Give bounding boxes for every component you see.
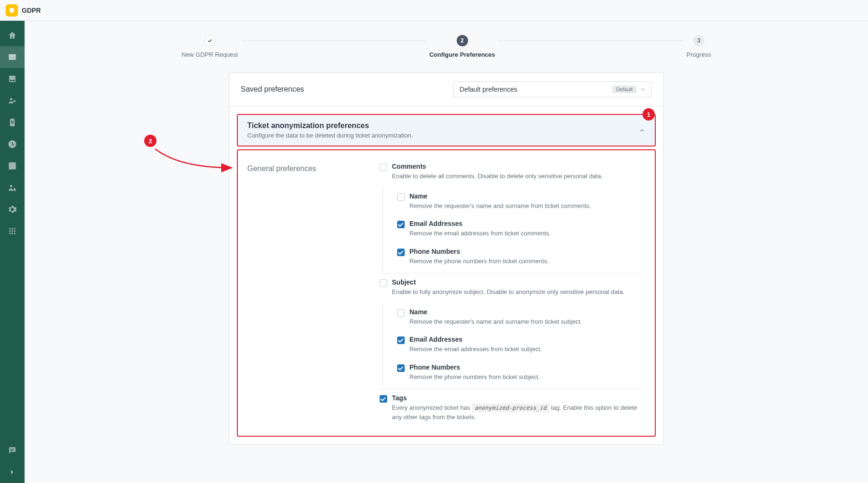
pref-comments-name: Name Remove the requester's name and sur… xyxy=(397,188,645,216)
step-2-label: Configure Preferences xyxy=(429,51,495,58)
app-title: GDPR xyxy=(22,7,41,14)
step-2[interactable]: 2 Configure Preferences xyxy=(429,35,495,58)
arrow-annotation xyxy=(147,139,239,177)
step-1-circle xyxy=(204,35,216,46)
prefs-body: General preferences Comments Enable to d… xyxy=(237,149,656,437)
pref-tags-label: Tags xyxy=(392,394,645,402)
checkbox-subject-name[interactable] xyxy=(397,309,405,317)
desc: Remove the phone numbers from ticket sub… xyxy=(409,372,645,382)
desc: Remove the email addresses from ticket c… xyxy=(409,229,645,238)
step-3-label: Progress xyxy=(686,51,711,58)
app-logo xyxy=(6,4,18,17)
label: Email Addresses xyxy=(409,220,645,227)
app-header: GDPR xyxy=(0,0,868,21)
tags-code: anonymized-process_id xyxy=(472,404,549,412)
pref-tags-desc: Every anonymized ticket has anonymized-p… xyxy=(392,403,645,422)
pref-subject-desc: Enable to fully anonymize subject. Disab… xyxy=(392,287,645,297)
step-line xyxy=(499,41,683,41)
checkbox-comments[interactable] xyxy=(380,164,387,171)
chat-icon xyxy=(8,446,17,454)
grid-icon xyxy=(8,226,17,236)
accordion-subtitle: Configure the data to be deleted during … xyxy=(247,132,413,139)
desc: Remove the phone numbers from ticket com… xyxy=(409,257,645,266)
pref-comments-desc: Enable to delete all comments. Disable t… xyxy=(392,172,645,181)
svg-point-3 xyxy=(9,230,10,232)
pref-subject-name: Name Remove the requester's name and sur… xyxy=(397,303,645,331)
sidebar-home[interactable] xyxy=(0,25,25,46)
chart-icon xyxy=(8,161,17,171)
svg-point-4 xyxy=(11,230,13,232)
sidebar-chat[interactable] xyxy=(0,440,25,454)
svg-point-8 xyxy=(14,233,15,234)
default-badge: Default xyxy=(612,86,636,93)
sidebar-settings[interactable] xyxy=(0,198,25,220)
comments-sub-items: Name Remove the requester's name and sur… xyxy=(382,188,645,271)
callout-badge-2: 2 xyxy=(144,135,156,147)
shield-icon xyxy=(9,7,15,14)
sidebar-clock[interactable] xyxy=(0,133,25,155)
general-prefs-left: General preferences xyxy=(247,158,361,426)
gear-icon xyxy=(8,205,17,214)
checkbox-comments-email[interactable] xyxy=(397,221,405,228)
user-lock-icon xyxy=(8,183,17,192)
step-2-circle: 2 xyxy=(457,35,468,46)
step-1[interactable]: New GDPR Request xyxy=(182,35,238,58)
pref-subject-label: Subject xyxy=(392,278,645,286)
anonymization-section: 2 1 Ticket anonymization preferences xyxy=(229,106,664,445)
sidebar-analytics[interactable] xyxy=(0,155,25,177)
svg-point-5 xyxy=(14,230,15,232)
step-line xyxy=(242,41,425,41)
svg-point-1 xyxy=(11,228,13,229)
pref-comments: Comments Enable to delete all comments. … xyxy=(380,158,645,186)
saved-prefs-selected: Default preferences xyxy=(460,86,612,93)
pref-subject: Subject Enable to fully anonymize subjec… xyxy=(380,273,645,302)
svg-point-0 xyxy=(9,228,10,229)
general-prefs-title: General preferences xyxy=(247,164,361,173)
pref-subject-email: Email Addresses Remove the email address… xyxy=(397,331,645,359)
accordion-title: Ticket anonymization preferences xyxy=(247,121,413,130)
chevron-up-icon xyxy=(639,127,645,134)
label: Name xyxy=(409,192,645,200)
home-icon xyxy=(8,31,17,40)
sidebar-lock[interactable] xyxy=(0,177,25,198)
tags-desc-pre: Every anonymized ticket has xyxy=(392,404,472,411)
saved-prefs-dropdown[interactable]: Default preferences Default xyxy=(453,81,652,97)
label: Phone Numbers xyxy=(409,363,645,371)
chevron-down-icon xyxy=(640,86,646,92)
sidebar-views[interactable] xyxy=(0,46,25,68)
checkbox-subject-phone[interactable] xyxy=(397,364,405,372)
sidebar-apps[interactable] xyxy=(0,220,25,242)
pref-comments-phone: Phone Numbers Remove the phone numbers f… xyxy=(397,243,645,271)
label: Phone Numbers xyxy=(409,248,645,255)
checkbox-subject[interactable] xyxy=(380,279,387,287)
step-3-circle: 3 xyxy=(693,35,704,46)
checkbox-subject-email[interactable] xyxy=(397,336,405,344)
inbox-icon xyxy=(8,74,17,84)
desc: Remove the email addresses from ticket s… xyxy=(409,345,645,354)
check-icon xyxy=(207,38,213,43)
svg-point-2 xyxy=(14,228,15,229)
callout-badge-1: 1 xyxy=(642,108,655,121)
sidebar-clipboard[interactable] xyxy=(0,112,25,133)
subject-sub-items: Name Remove the requester's name and sur… xyxy=(382,303,645,387)
pref-tags: Tags Every anonymized ticket has anonymi… xyxy=(380,389,645,426)
user-arrow-icon xyxy=(8,96,17,105)
desc: Remove the requester's name and surname … xyxy=(409,201,645,211)
list-icon xyxy=(8,52,17,62)
sidebar xyxy=(0,21,25,454)
sidebar-users[interactable] xyxy=(0,90,25,112)
saved-prefs-card: Saved preferences Default preferences De… xyxy=(229,72,664,106)
accordion-header[interactable]: 1 Ticket anonymization preferences Confi… xyxy=(237,114,656,147)
checkbox-comments-phone[interactable] xyxy=(397,249,405,256)
sidebar-inbox[interactable] xyxy=(0,68,25,90)
checkbox-comments-name[interactable] xyxy=(397,193,405,201)
clock-icon xyxy=(8,139,17,149)
step-3[interactable]: 3 Progress xyxy=(686,35,711,58)
label: Email Addresses xyxy=(409,336,645,343)
desc: Remove the requester's name and surname … xyxy=(409,317,645,327)
label: Name xyxy=(409,308,645,316)
checkbox-tags[interactable] xyxy=(380,395,387,403)
svg-point-7 xyxy=(11,233,13,234)
pref-comments-email: Email Addresses Remove the email address… xyxy=(397,215,645,243)
pref-comments-label: Comments xyxy=(392,163,645,170)
